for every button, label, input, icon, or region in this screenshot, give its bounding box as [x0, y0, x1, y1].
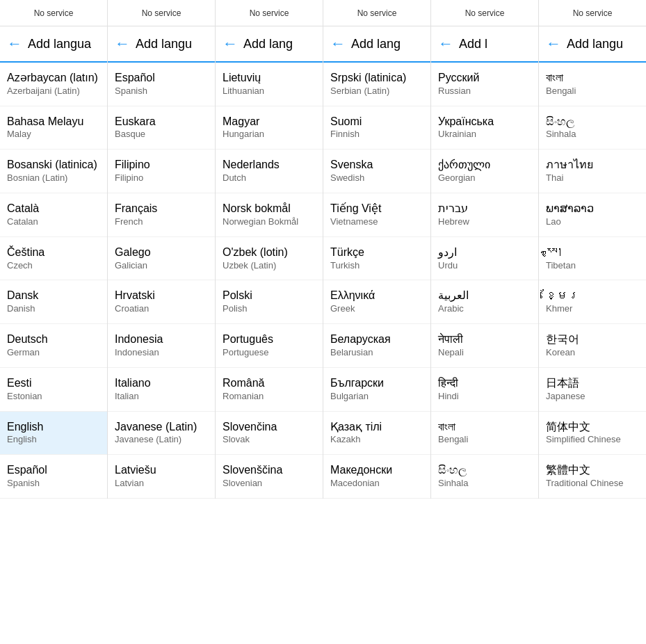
language-item[interactable]: DanskDanish [0, 280, 107, 324]
language-item[interactable]: SuomiFinnish [323, 106, 430, 150]
language-item[interactable]: FrançaisFrench [108, 193, 215, 237]
language-item[interactable]: 한국어Korean [539, 324, 646, 368]
lang-english-name: French [115, 216, 208, 228]
lang-native-name: Italiano [115, 376, 208, 391]
lang-english-name: Catalan [7, 216, 100, 228]
language-item[interactable]: नेपालीNepali [431, 324, 538, 368]
language-item[interactable]: МакедонскиMacedonian [323, 455, 430, 499]
lang-native-name: Español [7, 463, 100, 478]
lang-english-name: Hindi [438, 391, 531, 403]
language-item[interactable]: TürkçeTurkish [323, 237, 430, 281]
language-item[interactable]: Javanese (Latin)Javanese (Latin) [108, 412, 215, 456]
back-arrow-col2[interactable]: ← [115, 35, 130, 53]
language-item[interactable]: MagyarHungarian [216, 106, 323, 150]
language-item[interactable]: ພາສາລາວLao [539, 193, 646, 237]
column-header-col2: ←Add langu [108, 26, 215, 63]
column-header-col6: ←Add langu [539, 26, 646, 63]
language-item[interactable]: EuskaraBasque [108, 106, 215, 150]
language-item[interactable]: GalegoGalician [108, 237, 215, 281]
language-item[interactable]: ItalianoItalian [108, 368, 215, 412]
language-item[interactable]: Norsk bokmålNorwegian Bokmål [216, 193, 323, 237]
language-item[interactable]: FilipinoFilipino [108, 150, 215, 193]
lang-native-name: Euskara [115, 115, 208, 129]
lang-english-name: Czech [7, 260, 100, 272]
column-title-col3: Add lang [243, 37, 293, 51]
language-item[interactable]: УкраїнськаUkrainian [431, 106, 538, 150]
lang-native-name: Lietuvių [223, 71, 316, 86]
back-arrow-col6[interactable]: ← [546, 35, 561, 53]
lang-english-name: Georgian [438, 172, 531, 184]
lang-english-name: Basque [115, 129, 208, 140]
language-item[interactable]: SvenskaSwedish [323, 150, 430, 193]
column-col2: ←Add languEspañolSpanishEuskaraBasqueFil… [108, 26, 216, 499]
language-item[interactable]: RomânăRomanian [216, 368, 323, 412]
language-item[interactable]: 繁體中文Traditional Chinese [539, 455, 646, 499]
language-item[interactable]: Қазақ тіліKazakh [323, 412, 430, 456]
language-item[interactable]: ČeštinaCzech [0, 237, 107, 281]
language-item[interactable]: LatviešuLatvian [108, 455, 215, 499]
lang-english-name: Tibetan [546, 260, 639, 272]
language-item[interactable]: हिन्दीHindi [431, 368, 538, 412]
back-arrow-col3[interactable]: ← [223, 35, 238, 53]
language-item[interactable]: O'zbek (lotin)Uzbek (Latin) [216, 237, 323, 281]
back-arrow-col1[interactable]: ← [7, 35, 22, 53]
language-item[interactable]: DeutschGerman [0, 324, 107, 368]
language-item[interactable]: ქართულიGeorgian [431, 150, 538, 193]
lang-english-name: Bulgarian [330, 391, 423, 403]
language-item[interactable]: БеларускаяBelarusian [323, 324, 430, 368]
language-item[interactable]: العربيةArabic [431, 280, 538, 324]
lang-english-name: Macedonian [330, 478, 423, 490]
lang-native-name: සිංහල [546, 115, 639, 129]
language-item[interactable]: БългарскиBulgarian [323, 368, 430, 412]
lang-native-name: ქართული [438, 158, 531, 172]
lang-english-name: Ukrainian [438, 129, 531, 140]
language-item[interactable]: IndonesiaIndonesian [108, 324, 215, 368]
language-item[interactable]: EspañolSpanish [0, 455, 107, 499]
language-item[interactable]: རྒྱས།Tibetan [539, 237, 646, 281]
lang-native-name: Қазақ тілі [330, 420, 423, 435]
language-item[interactable]: বাংলাBengali [431, 412, 538, 456]
language-item[interactable]: PortuguêsPortuguese [216, 324, 323, 368]
language-item[interactable]: EnglishEnglish [0, 412, 107, 456]
language-item[interactable]: සිංහලSinhala [431, 455, 538, 499]
language-item[interactable]: Azərbaycan (latın)Azerbaijani (Latin) [0, 63, 107, 106]
language-item[interactable]: ภาษาไทยThai [539, 150, 646, 193]
language-item[interactable]: PolskiPolish [216, 280, 323, 324]
language-item[interactable]: SlovenščinaSlovenian [216, 455, 323, 499]
language-item[interactable]: EspañolSpanish [108, 63, 215, 106]
lang-english-name: Estonian [7, 391, 100, 403]
language-item[interactable]: বাংলাBengali [539, 63, 646, 106]
language-item[interactable]: Bahasa MelayuMalay [0, 106, 107, 150]
language-item[interactable]: HrvatskiCroatian [108, 280, 215, 324]
lang-native-name: Български [330, 376, 423, 391]
language-item[interactable]: SlovenčinaSlovak [216, 412, 323, 456]
language-item[interactable]: Srpski (latinica)Serbian (Latin) [323, 63, 430, 106]
back-arrow-col4[interactable]: ← [330, 35, 346, 53]
language-item[interactable]: اردوUrdu [431, 237, 538, 281]
language-item[interactable]: 简体中文Simplified Chinese [539, 412, 646, 456]
back-arrow-col5[interactable]: ← [438, 35, 453, 53]
language-item[interactable]: සිංහලSinhala [539, 106, 646, 150]
language-item[interactable]: LietuviųLithuanian [216, 63, 323, 106]
lang-english-name: Russian [438, 86, 531, 97]
lang-english-name: Thai [546, 172, 639, 184]
lang-native-name: Español [115, 71, 208, 86]
lang-native-name: Čeština [7, 245, 100, 260]
lang-native-name: 简体中文 [546, 420, 639, 435]
language-item[interactable]: עבריתHebrew [431, 193, 538, 237]
lang-english-name: Hungarian [223, 129, 316, 140]
lang-native-name: Ελληνικά [330, 289, 423, 303]
lang-english-name: Polish [223, 303, 316, 315]
language-item[interactable]: NederlandsDutch [216, 150, 323, 193]
lang-native-name: ภาษาไทย [546, 158, 639, 172]
language-item[interactable]: РусскийRussian [431, 63, 538, 106]
language-item[interactable]: 日本語Japanese [539, 368, 646, 412]
language-item[interactable]: CatalàCatalan [0, 193, 107, 237]
language-item[interactable]: Bosanski (latinica)Bosnian (Latin) [0, 150, 107, 193]
lang-native-name: Bahasa Melayu [7, 115, 100, 129]
language-item[interactable]: ΕλληνικάGreek [323, 280, 430, 324]
language-item[interactable]: Tiếng ViệtVietnamese [323, 193, 430, 237]
column-header-col1: ←Add langua [0, 26, 107, 63]
language-item[interactable]: EestiEstonian [0, 368, 107, 412]
language-item[interactable]: ខ្មែរKhmer [539, 280, 646, 324]
